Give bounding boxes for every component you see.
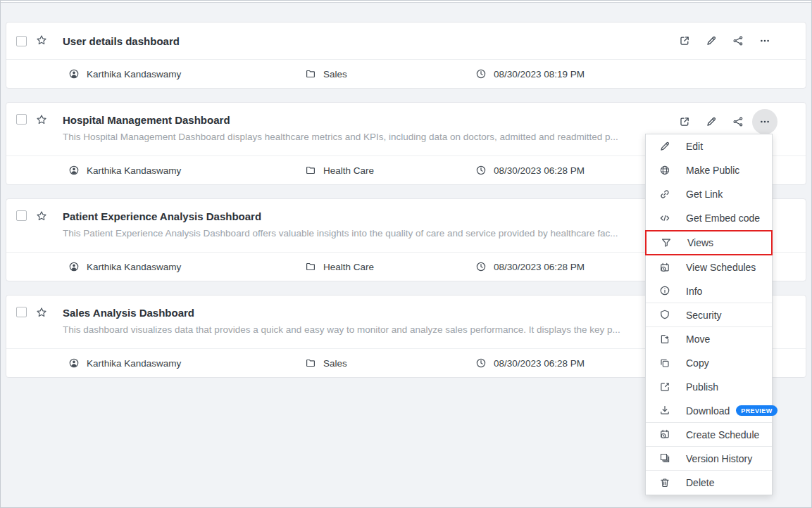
card-actions — [670, 109, 777, 134]
menu-item-label: Security — [686, 310, 722, 321]
modified-clock-icon — [475, 261, 487, 272]
embed-icon — [659, 212, 671, 224]
open-in-new-button[interactable] — [672, 28, 697, 53]
menu-item-delete[interactable]: Delete — [646, 471, 772, 495]
category-name: Health Care — [323, 262, 374, 272]
copy-icon — [659, 357, 671, 369]
edit-button[interactable] — [699, 28, 724, 53]
menu-item-label: View Schedules — [686, 262, 756, 273]
menu-item-create-schedule[interactable]: Create Schedule — [646, 423, 772, 447]
menu-item-copy[interactable]: Copy — [646, 351, 772, 375]
menu-item-label: Move — [686, 334, 710, 345]
dashboard-title[interactable]: User details dashboard — [63, 34, 670, 48]
dashboard-description: This Hospital Management Dashboard displ… — [63, 132, 670, 142]
globe-icon — [659, 165, 671, 177]
menu-item-get-embed-code[interactable]: Get Embed code — [646, 206, 772, 230]
favorite-star-icon[interactable] — [36, 307, 49, 320]
more-options-menu: Edit Make Public Get Link Get Embed code… — [645, 134, 773, 495]
dashboard-description: This dashboard visualizes data that prov… — [63, 324, 670, 335]
category-folder-icon — [305, 357, 316, 369]
publish-icon — [659, 381, 671, 393]
more-options-button[interactable] — [752, 28, 777, 53]
menu-item-get-link[interactable]: Get Link — [646, 182, 772, 206]
dashboard-title[interactable]: Hospital Management Dashboard — [63, 113, 670, 127]
menu-item-info[interactable]: Info — [646, 279, 772, 303]
category-name: Sales — [323, 69, 347, 80]
filter-icon — [661, 237, 673, 249]
menu-item-view-schedules[interactable]: View Schedules — [646, 255, 772, 279]
pencil-icon — [659, 141, 671, 153]
author-icon — [68, 68, 80, 80]
menu-item-label: Get Link — [686, 189, 723, 200]
category-folder-icon — [305, 261, 316, 272]
shield-icon — [659, 309, 671, 321]
menu-item-make-public[interactable]: Make Public — [646, 158, 772, 182]
favorite-star-icon[interactable] — [36, 114, 49, 127]
more-options-icon — [759, 116, 771, 128]
menu-item-label: Info — [686, 286, 702, 297]
select-checkbox[interactable] — [16, 36, 27, 46]
menu-item-version-history[interactable]: Version History — [646, 447, 772, 471]
more-options-icon — [759, 35, 771, 47]
author-icon — [68, 261, 80, 272]
edit-pencil-icon — [706, 116, 718, 128]
open-in-new-button[interactable] — [672, 109, 697, 134]
category-name: Health Care — [323, 165, 374, 176]
info-icon — [659, 285, 671, 297]
select-checkbox[interactable] — [16, 114, 27, 125]
menu-item-move[interactable]: Move — [646, 327, 772, 351]
menu-item-label: Copy — [686, 357, 709, 369]
author-name: Karthika Kandaswamy — [87, 262, 181, 272]
calendar-clock-icon — [659, 428, 671, 440]
menu-item-label: Make Public — [686, 165, 739, 176]
move-icon — [659, 334, 671, 345]
menu-item-label: Views — [687, 237, 713, 248]
trash-icon — [659, 477, 671, 489]
select-checkbox[interactable] — [16, 307, 27, 317]
select-checkbox[interactable] — [16, 210, 27, 221]
menu-item-label: Download — [686, 405, 730, 417]
modified-time: 08/30/2023 06:28 PM — [494, 262, 585, 272]
share-button[interactable] — [725, 28, 751, 53]
edit-pencil-icon — [706, 35, 718, 47]
menu-item-label: Edit — [686, 141, 703, 152]
menu-item-label: Publish — [686, 381, 718, 393]
menu-item-security[interactable]: Security — [646, 303, 772, 327]
share-icon — [732, 116, 744, 128]
menu-item-label: Version History — [686, 453, 752, 464]
menu-item-label: Get Embed code — [686, 212, 760, 224]
author-name: Karthika Kandaswamy — [87, 69, 181, 80]
modified-time: 08/30/2023 06:28 PM — [494, 358, 585, 369]
versions-icon — [659, 452, 671, 464]
author-name: Karthika Kandaswamy — [87, 358, 181, 369]
menu-item-label: Delete — [686, 477, 714, 488]
modified-clock-icon — [475, 68, 487, 80]
more-options-button[interactable] — [752, 109, 777, 134]
share-button[interactable] — [725, 109, 751, 134]
calendar-clock-icon — [659, 262, 671, 274]
dashboard-title[interactable]: Patient Experience Analysis Dashboard — [63, 210, 670, 223]
modified-time: 08/30/2023 08:19 PM — [494, 69, 585, 80]
author-icon — [68, 165, 80, 176]
menu-item-edit[interactable]: Edit — [646, 134, 772, 158]
favorite-star-icon[interactable] — [36, 34, 49, 48]
menu-item-publish[interactable]: Publish — [646, 375, 772, 399]
category-folder-icon — [305, 165, 316, 176]
menu-item-views[interactable]: Views — [645, 230, 773, 255]
modified-clock-icon — [475, 357, 487, 369]
edit-button[interactable] — [699, 109, 724, 134]
share-icon — [732, 35, 744, 47]
dashboard-title[interactable]: Sales Analysis Dashboard — [63, 306, 670, 319]
author-name: Karthika Kandaswamy — [87, 165, 181, 176]
open-in-new-icon — [679, 35, 691, 47]
modified-time: 08/30/2023 06:28 PM — [494, 165, 585, 176]
menu-item-download[interactable]: Download PREVIEW — [646, 399, 772, 423]
dashboard-card-user-details: User details dashboard Karthika Kandaswa… — [6, 22, 806, 89]
dashboard-description: This Patient Experience Analysis Dashboa… — [63, 228, 670, 239]
link-icon — [659, 189, 671, 201]
category-folder-icon — [305, 68, 316, 80]
download-icon — [659, 405, 671, 417]
favorite-star-icon[interactable] — [36, 210, 49, 224]
card-actions — [670, 28, 777, 53]
modified-clock-icon — [475, 165, 487, 176]
